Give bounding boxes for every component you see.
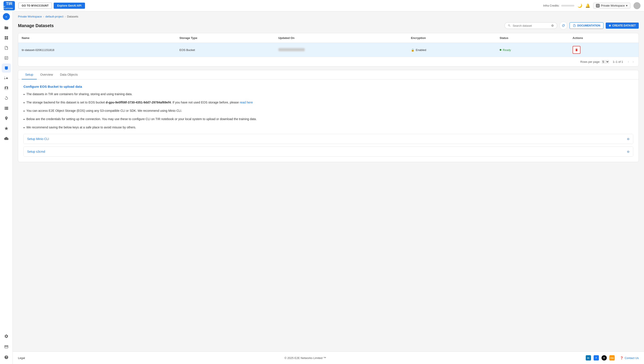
bullet-2-text: The storage backend for this dataset is … xyxy=(27,100,253,105)
tab-data-objects[interactable]: Data Objects xyxy=(57,70,81,80)
header-right: Infra Credits: 🌙 🔔 Private Workspace ▾ xyxy=(543,2,640,9)
sidebar-item-documents[interactable] xyxy=(2,43,11,52)
sidebar-bottom xyxy=(2,331,11,362)
setup-minio-section: Setup Minio CLI ⊖ xyxy=(24,134,633,144)
pagination: Rows per page: 5 10 25 1–1 of 1 ‹ › xyxy=(18,57,638,66)
sidebar-toggle[interactable]: « xyxy=(3,13,10,20)
search-box: ⚙ xyxy=(505,22,557,29)
tab-setup[interactable]: Setup xyxy=(22,70,37,80)
sidebar-item-billing[interactable] xyxy=(2,342,11,351)
delete-button[interactable] xyxy=(573,46,580,54)
rows-per-page: Rows per page: 5 10 25 xyxy=(580,60,609,64)
filter-icon[interactable]: ⚙ xyxy=(551,24,554,27)
workspace-icon xyxy=(596,4,599,8)
sidebar-item-help[interactable] xyxy=(2,352,11,362)
svg-rect-0 xyxy=(596,4,599,8)
minio-expand-icon: ⊖ xyxy=(627,137,629,141)
sidebar-item-settings[interactable] xyxy=(2,332,11,341)
workspace-dropdown-icon: ▾ xyxy=(626,4,627,7)
datasets-table-container: Name Storage Type Updated On Encryption … xyxy=(18,33,639,66)
configure-title: Configure EOS Bucket to upload data xyxy=(24,85,633,88)
bullet-1-text: The datasets in TIR are containers for s… xyxy=(27,92,132,96)
cell-status: Ready xyxy=(496,43,569,57)
credits-bar xyxy=(561,5,574,6)
breadcrumb-sep-2: › xyxy=(65,15,66,18)
cell-name: tir-dataset-020611151818 xyxy=(18,43,176,57)
pagination-info: 1–1 of 1 xyxy=(613,60,623,64)
lock-icon: 🔒 xyxy=(411,48,414,52)
col-status: Status xyxy=(496,33,569,43)
svg-rect-1 xyxy=(597,4,597,6)
contact-question-icon: ❓ xyxy=(620,356,623,360)
go-to-myaccount-button[interactable]: GO TO MYACCOUNT xyxy=(19,2,52,9)
sidebar-item-deploy[interactable] xyxy=(2,114,11,123)
svg-rect-4 xyxy=(598,6,599,7)
tab-overview[interactable]: Overview xyxy=(37,70,57,80)
sidebar-item-box[interactable] xyxy=(2,54,11,62)
cell-actions xyxy=(569,43,638,57)
create-dataset-button[interactable]: ⊕ CREATE DATASET xyxy=(606,22,639,29)
search-input[interactable] xyxy=(513,24,549,27)
main-content: Private Workspace › default-project › Da… xyxy=(13,12,644,352)
dark-mode-icon[interactable]: 🌙 xyxy=(577,3,582,8)
infra-credits: Infra Credits: xyxy=(543,4,574,7)
rows-per-page-label: Rows per page: xyxy=(580,60,600,64)
sidebar-item-datasets[interactable] xyxy=(2,64,11,72)
documentation-button[interactable]: DOCUMENTATION xyxy=(569,22,603,29)
create-dataset-label: CREATE DATASET xyxy=(612,24,636,27)
logo: TIR AI PLATFORM xyxy=(4,1,15,10)
sidebar-item-star[interactable] xyxy=(2,124,11,133)
datasets-table: Name Storage Type Updated On Encryption … xyxy=(18,33,638,57)
x-twitter-icon[interactable]: ✕ xyxy=(601,355,607,360)
breadcrumb-current: Datasets xyxy=(67,15,78,18)
bullet-3: You can access E2E Object Storage (EOS) … xyxy=(24,108,633,114)
setup-bullets: The datasets in TIR are containers for s… xyxy=(24,92,633,130)
header: TIR AI PLATFORM GO TO MYACCOUNT Explore … xyxy=(0,0,644,12)
sidebar-item-storage[interactable] xyxy=(2,104,11,113)
sidebar-item-tools[interactable] xyxy=(2,74,11,83)
breadcrumb-workspace[interactable]: Private Workspace xyxy=(18,15,42,18)
explore-genai-button[interactable]: Explore GenAI API xyxy=(54,2,85,9)
legal-link[interactable]: Legal xyxy=(18,356,25,360)
documentation-label: DOCUMENTATION xyxy=(577,24,600,27)
refresh-icon xyxy=(562,24,565,27)
avatar[interactable] xyxy=(633,2,640,9)
contact-us-link[interactable]: ❓ Contact Us xyxy=(620,356,639,360)
logo-tir: TIR xyxy=(6,2,13,6)
sidebar-item-cloud[interactable] xyxy=(2,134,11,143)
col-storage: Storage Type xyxy=(176,33,275,43)
sidebar-item-files[interactable] xyxy=(2,23,11,32)
col-actions: Actions xyxy=(569,33,638,43)
sidebar-item-refresh[interactable] xyxy=(2,94,11,103)
svg-rect-2 xyxy=(598,4,599,6)
facebook-icon[interactable]: f xyxy=(594,355,599,360)
read-here-link[interactable]: read here xyxy=(240,100,253,104)
refresh-button[interactable] xyxy=(559,22,567,30)
pagination-prev[interactable]: ‹ xyxy=(626,59,630,64)
setup-s3cmd-section: Setup s3cmd ⊖ xyxy=(24,146,633,156)
contact-us-label: Contact Us xyxy=(625,356,639,360)
bullet-2: The storage backend for this dataset is … xyxy=(24,100,633,106)
sidebar-item-dashboard[interactable] xyxy=(2,33,11,42)
sidebar-item-models[interactable] xyxy=(2,84,11,93)
setup-minio-header[interactable]: Setup Minio CLI ⊖ xyxy=(24,134,633,144)
breadcrumb-project[interactable]: default-project xyxy=(45,15,63,18)
pagination-next[interactable]: › xyxy=(631,59,635,64)
setup-s3cmd-header[interactable]: Setup s3cmd ⊖ xyxy=(24,147,633,156)
linkedin-icon[interactable]: in xyxy=(586,355,591,360)
cell-updated xyxy=(275,43,407,57)
cell-storage: EOS Bucket xyxy=(176,43,275,57)
rss-icon[interactable]: rss xyxy=(609,355,615,360)
blurred-date xyxy=(278,48,305,51)
table-row[interactable]: tir-dataset-020611151818 EOS Bucket 🔒 En… xyxy=(18,43,638,57)
tab-content-setup: Configure EOS Bucket to upload data The … xyxy=(18,80,638,162)
copyright-text: © 2025 E2E Networks Limited ™ xyxy=(285,356,326,360)
page-actions: ⚙ DOCUMENTATION ⊕ CREATE DATASET xyxy=(505,22,639,30)
logo-sub: AI PLATFORM xyxy=(4,6,15,10)
col-name: Name xyxy=(18,33,176,43)
workspace-button[interactable]: Private Workspace ▾ xyxy=(593,2,630,9)
footer-center: © 2025 E2E Networks Limited ™ xyxy=(25,356,586,360)
breadcrumb: Private Workspace › default-project › Da… xyxy=(18,15,639,18)
rows-per-page-select[interactable]: 5 10 25 xyxy=(601,60,609,64)
notifications-icon[interactable]: 🔔 xyxy=(585,3,590,8)
